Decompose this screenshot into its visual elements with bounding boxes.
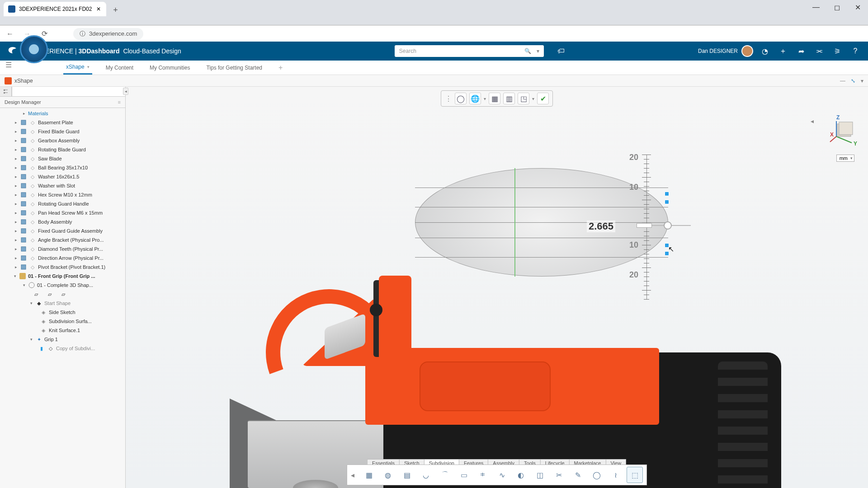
tab-my-communities[interactable]: My Communities [147,61,193,75]
tool-sweep-icon[interactable]: ∿ [494,467,510,483]
search-icon[interactable]: 🔍 [524,48,531,54]
tab-close-icon[interactable]: ✕ [95,6,102,12]
add-tab-button[interactable]: + [276,61,285,75]
tree-item[interactable]: Subdivision Surfa... [49,319,92,324]
tab-tips[interactable]: Tips for Getting Started [203,61,265,75]
widget-minimize-icon[interactable]: — [840,78,845,84]
tree-item[interactable]: Start Shape [44,300,71,306]
expand-icon[interactable]: ▸ [14,229,18,233]
measurement-value[interactable]: 2.665 [587,221,615,232]
tool-primitive-cyl-icon[interactable]: ◍ [380,467,396,483]
tree-item[interactable]: Pan Head Screw M6 x 15mm [38,210,103,216]
feature-tree[interactable]: ▸ Materials ▸◇Basement Plate▸◇Fixed Blad… [0,108,125,488]
tree-item[interactable]: Hex Screw M10 x 12mm [38,192,92,197]
tool-revolve-icon[interactable]: ◐ [513,467,529,483]
share-arrow-icon[interactable]: ➦ [795,45,807,57]
view-yz-icon[interactable]: ▱ [46,291,53,298]
expand-icon[interactable]: ▸ [14,129,18,134]
expand-icon[interactable]: ▸ [14,165,18,170]
tag-icon[interactable]: 🏷 [555,45,567,57]
tree-item[interactable]: Fixed Blade Guard [38,129,80,134]
tree-item[interactable]: Grip 1 [44,337,58,342]
tree-item[interactable]: Gearbox Assembly [38,138,80,143]
tree-item[interactable]: Ball Bearing 35x17x10 [38,165,88,170]
widget-collapse-icon[interactable]: ⤡ [851,78,855,84]
add-icon[interactable]: ＋ [777,45,789,57]
expand-icon[interactable]: ▸ [14,174,18,179]
tool-knife-icon[interactable]: ✎ [570,467,586,483]
nav-back-icon[interactable]: ← [4,28,16,40]
tree-item[interactable]: Washer 16x26x1.5 [38,174,79,179]
tree-item[interactable]: 01 - Complete 3D Shap... [37,282,93,288]
sidebar-collapse-handle[interactable]: ◂ [123,88,128,95]
tool-subd-edit-icon[interactable]: ⬚ [627,467,643,483]
new-tab-button[interactable]: + [109,4,122,16]
expand-icon[interactable]: ▸ [14,256,18,260]
apps-icon[interactable]: ⚞ [831,45,844,57]
expand-icon[interactable]: ▾ [22,283,26,287]
tree-filter-input[interactable] [12,87,125,96]
compass-icon[interactable] [20,35,48,63]
tree-item[interactable]: Fixed Guard Guide Assembly [38,228,103,234]
tree-item[interactable]: Saw Blade [38,156,62,161]
tree-item[interactable]: Rotating Guard Handle [38,201,89,206]
notification-icon[interactable]: ◔ [759,45,771,57]
search-input[interactable]: Search 🔍 ▾ [395,45,544,57]
viewport-3d[interactable]: ⋮ ◯ 🌐 ▾ ▦ ▥ ◳ ▾ ✔ ◂ Z X Y mm [126,87,868,488]
search-dropdown-icon[interactable]: ▾ [537,48,539,54]
tree-item[interactable]: Washer with Slot [38,183,75,188]
expand-icon[interactable]: ▸ [14,238,18,242]
edit-point[interactable] [665,192,669,196]
ribbon-prev-icon[interactable]: ◂ [351,467,358,483]
tree-item[interactable]: Pivot Bracket (Pivot Bracket.1) [38,264,105,270]
expand-icon[interactable]: ▾ [29,337,33,342]
tool-crease-icon[interactable]: ≀ [608,467,624,483]
expand-icon[interactable]: ▸ [14,156,18,161]
view-xz-icon[interactable]: ▱ [60,291,67,298]
widget-menu-icon[interactable]: ▾ [861,78,863,84]
tool-primitive-box-icon[interactable]: ▦ [361,467,377,483]
tool-surface-icon[interactable]: ◡ [418,467,434,483]
tool-extrude-icon[interactable]: ▭ [456,467,472,483]
tool-cut-icon[interactable]: ✂ [551,467,567,483]
tree-item[interactable]: Diamond Teeth (Physical Pr... [38,246,103,252]
menu-icon[interactable]: ☰ [5,61,12,69]
expand-icon[interactable]: ▾ [29,301,33,305]
tree-item[interactable]: Side Sketch [49,310,75,315]
panel-menu-icon[interactable]: ≡ [118,99,121,105]
expand-icon[interactable]: ▾ [13,274,17,278]
expand-icon[interactable]: ▸ [14,211,18,215]
expand-icon[interactable]: ▸ [14,183,18,188]
tree-item[interactable]: 01 - Front Grip (Front Grip ... [28,273,95,279]
expand-icon[interactable]: ▸ [14,120,18,125]
browser-tab[interactable]: 3DEXPERIENCE 2021x FD02 ✕ [4,2,106,16]
expand-icon[interactable]: ▸ [14,220,18,224]
tool-circle-icon[interactable]: ◯ [589,467,605,483]
tree-item[interactable]: Rotating Blade Guard [38,147,86,152]
tool-loft-icon[interactable]: ⧧ [475,467,491,483]
expand-icon[interactable]: ▸ [14,202,18,206]
expand-icon[interactable]: ▸ [14,247,18,251]
expand-icon[interactable]: ▸ [14,265,18,269]
edit-point[interactable] [665,200,669,204]
window-close-icon[interactable]: ✕ [847,0,868,14]
expand-icon[interactable]: ▸ [14,147,18,152]
ds-logo-icon[interactable] [6,45,19,57]
expand-icon[interactable]: ▸ [14,192,18,197]
tree-mode-icon[interactable] [0,87,12,96]
tool-bend-icon[interactable]: ⌒ [437,467,453,483]
window-minimize-icon[interactable]: — [806,0,826,14]
tree-item[interactable]: Body Assembly [38,219,72,225]
view-xy-icon[interactable]: ▱ [33,291,40,298]
tree-item[interactable]: Basement Plate [38,120,73,125]
tool-grid-icon[interactable]: ▤ [399,467,415,483]
chevron-down-icon[interactable]: ▾ [87,65,90,69]
expand-icon[interactable]: ▸ [14,138,18,143]
tool-box-icon[interactable]: ◫ [532,467,548,483]
address-bar[interactable]: ⓘ 3dexperience.com [73,28,143,40]
tree-item[interactable]: Angle Bracket (Physical Pro... [38,237,104,243]
manipulator[interactable] [637,222,691,229]
share-icon[interactable]: ⫘ [813,45,826,57]
site-info-icon[interactable]: ⓘ [80,30,85,38]
window-maximize-icon[interactable]: ◻ [826,0,847,14]
